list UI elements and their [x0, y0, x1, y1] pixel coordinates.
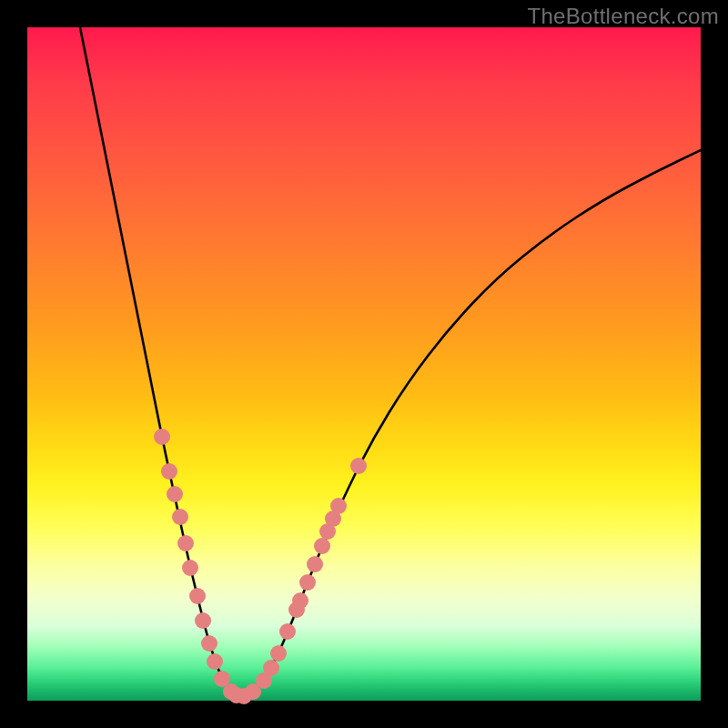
gradient-plot-area: [27, 27, 701, 701]
watermark-label: TheBottleneck.com: [527, 4, 719, 29]
